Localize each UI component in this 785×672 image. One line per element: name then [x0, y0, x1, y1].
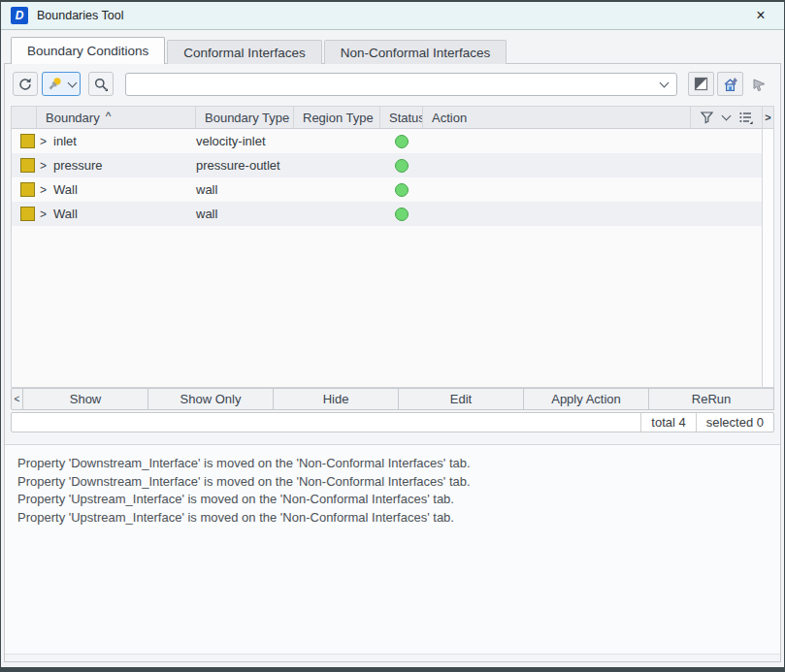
- region-type: [294, 177, 380, 202]
- apply-action-button[interactable]: Apply Action: [523, 388, 649, 410]
- column-header-boundary[interactable]: Boundary ^: [37, 107, 196, 128]
- column-header-boundary-type[interactable]: Boundary Type: [196, 107, 294, 128]
- table-body: Boundary ^ Boundary Type Region Type Sta…: [12, 107, 762, 387]
- boundaries-tool-window: D Boundaries Tool × Boundary Conditions …: [0, 0, 785, 672]
- cursor-arrow-icon: [751, 76, 768, 92]
- column-header-region-type[interactable]: Region Type: [294, 107, 380, 128]
- hide-button[interactable]: Hide: [273, 388, 399, 410]
- action-cell: [423, 202, 762, 226]
- edit-home-button[interactable]: [717, 72, 743, 96]
- rerun-button[interactable]: ReRun: [648, 388, 774, 410]
- tab-conformal-interfaces[interactable]: Conformal Interfaces: [167, 40, 321, 64]
- half-filled-square-icon: [694, 77, 708, 91]
- search-button[interactable]: [88, 72, 114, 96]
- toolbar: [13, 71, 772, 97]
- message-log: Property 'Downstream_Interface' is moved…: [5, 444, 780, 655]
- region-type: [294, 153, 380, 177]
- tab-boundary-conditions[interactable]: Boundary Conditions: [11, 37, 165, 64]
- status-bar-filler: [12, 413, 640, 432]
- status-bar: total 4 selected 0: [11, 412, 774, 432]
- filter-input[interactable]: [125, 73, 677, 96]
- row-expand-icon[interactable]: >: [40, 159, 47, 173]
- column-list-icon[interactable]: [738, 111, 753, 124]
- sort-ascending-icon: ^: [106, 110, 112, 123]
- pointer-action-button[interactable]: [745, 72, 772, 96]
- selected-count: selected 0: [696, 413, 773, 432]
- chevron-down-icon: [68, 78, 78, 87]
- refresh-button[interactable]: [13, 72, 38, 96]
- search-icon: [93, 77, 109, 92]
- action-button-bar: < Show Show Only Hide Edit Apply Action …: [11, 388, 774, 410]
- row-expand-icon[interactable]: >: [40, 208, 47, 221]
- status-ok-indicator: [395, 208, 409, 221]
- column-label: Boundary: [46, 111, 100, 125]
- column-header-status[interactable]: Status: [380, 107, 423, 128]
- message-line: Property 'Downstream_Interface' is moved…: [17, 455, 768, 473]
- status-ok-indicator: [395, 183, 409, 197]
- display-mode-button[interactable]: [688, 72, 714, 96]
- boundaries-table: Boundary ^ Boundary Type Region Type Sta…: [11, 106, 774, 388]
- message-line: Property 'Upstream_Interface' is moved o…: [17, 509, 768, 528]
- table-row[interactable]: > Wall wall: [12, 202, 762, 226]
- filter-funnel-icon[interactable]: [700, 111, 714, 124]
- header-tools: [690, 107, 762, 128]
- region-type: [294, 129, 380, 153]
- boundary-type: pressure-outlet: [196, 153, 294, 177]
- table-row[interactable]: > Wall wall: [12, 177, 762, 202]
- main-panel: Boundary ^ Boundary Type Region Type Sta…: [4, 63, 781, 662]
- color-swatch[interactable]: [20, 207, 35, 221]
- action-cell: [423, 129, 762, 153]
- expand-panel-right-icon[interactable]: >: [763, 107, 773, 129]
- column-header-swatch[interactable]: [12, 107, 37, 128]
- house-pencil-icon: [722, 77, 739, 92]
- status-ok-indicator: [395, 159, 409, 173]
- titlebar: D Boundaries Tool ×: [1, 2, 784, 30]
- action-cell: [423, 153, 762, 177]
- window-title: Boundaries Tool: [37, 9, 123, 22]
- table-row[interactable]: > pressure pressure-outlet: [12, 153, 762, 177]
- edit-button[interactable]: Edit: [398, 388, 524, 410]
- color-swatch[interactable]: [20, 158, 35, 173]
- tab-bar: Boundary Conditions Conformal Interfaces…: [11, 37, 508, 64]
- filter-combobox: [125, 73, 677, 96]
- status-ok-indicator: [395, 135, 409, 148]
- show-only-button[interactable]: Show Only: [147, 388, 274, 410]
- boundary-type: velocity-inlet: [196, 129, 294, 153]
- boundary-type: wall: [196, 177, 294, 202]
- side-panel-strip: >: [762, 107, 773, 387]
- row-expand-icon[interactable]: >: [40, 135, 47, 148]
- highlight-toggle-button[interactable]: [42, 72, 81, 96]
- boundary-name: Wall: [53, 207, 78, 221]
- column-header-action[interactable]: Action: [423, 107, 690, 128]
- message-line: Property 'Upstream_Interface' is moved o…: [17, 491, 768, 509]
- boundary-name: inlet: [53, 134, 77, 148]
- refresh-icon: [17, 77, 33, 92]
- app-icon: D: [11, 7, 28, 24]
- table-header: Boundary ^ Boundary Type Region Type Sta…: [12, 107, 762, 129]
- row-expand-icon[interactable]: >: [40, 183, 47, 197]
- action-cell: [423, 177, 762, 202]
- table-row[interactable]: > inlet velocity-inlet: [12, 129, 762, 153]
- total-count: total 4: [640, 413, 695, 432]
- toolbar-right-icons: [685, 72, 772, 96]
- close-icon[interactable]: ×: [747, 5, 774, 26]
- boundary-name: Wall: [53, 182, 78, 197]
- show-button[interactable]: Show: [22, 388, 148, 410]
- tab-non-conformal-interfaces[interactable]: Non-Conformal Interfaces: [324, 40, 507, 64]
- region-type: [294, 202, 380, 226]
- chevron-down-icon[interactable]: [722, 112, 732, 121]
- color-swatch[interactable]: [20, 134, 35, 148]
- flashlight-icon: [47, 77, 62, 92]
- boundary-name: pressure: [53, 158, 103, 173]
- boundary-type: wall: [196, 202, 294, 226]
- message-line: Property 'Downstream_Interface' is moved…: [17, 473, 768, 492]
- color-swatch[interactable]: [20, 182, 35, 197]
